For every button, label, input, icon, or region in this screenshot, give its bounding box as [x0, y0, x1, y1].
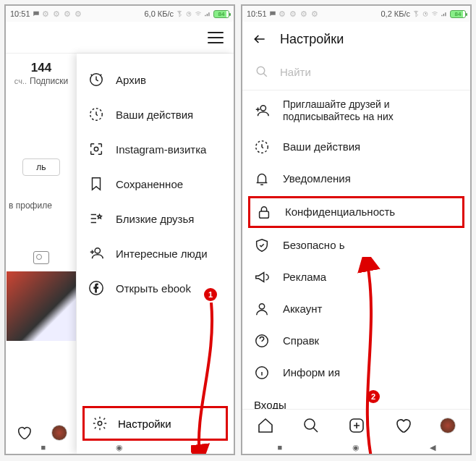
menu-label: Сохраненное	[116, 178, 183, 190]
settings-help[interactable]: Справк	[242, 325, 470, 357]
settings-label: Приглашайте друзей и подписывайтесь на н…	[283, 98, 459, 123]
megaphone-icon	[254, 269, 270, 285]
svg-point-6	[98, 421, 102, 426]
android-nav-bar: ■ ◉ ◀	[6, 441, 234, 454]
settings-notifications[interactable]: Уведомления	[242, 163, 470, 195]
search-icon[interactable]	[302, 417, 320, 434]
settings-about[interactable]: Информ ия	[242, 357, 470, 389]
svg-point-9	[260, 105, 265, 110]
menu-label: Архив	[116, 74, 146, 86]
wifi-icon	[195, 10, 202, 17]
shield-icon	[254, 237, 270, 253]
menu-label: Открыть ebook	[116, 282, 191, 295]
nav-home-icon[interactable]: ◉	[352, 443, 360, 452]
bookmark-icon	[88, 176, 104, 192]
bluetooth-icon	[176, 10, 183, 17]
activity-icon	[88, 106, 104, 122]
svg-point-8	[257, 67, 265, 75]
menu-saved[interactable]: Сохраненное	[77, 166, 234, 201]
nav-back-icon[interactable]: ◀	[193, 443, 199, 452]
tagged-tab-icon[interactable]	[33, 251, 49, 264]
search-row[interactable]: Найти	[242, 56, 470, 90]
settings-invite[interactable]: Приглашайте друзей и подписывайтесь на н…	[242, 90, 470, 131]
stat-count: 144	[6, 61, 77, 75]
add-post-icon[interactable]	[348, 417, 365, 434]
menu-label: Ваши действия	[116, 109, 193, 121]
stat-prefix: сч..	[14, 77, 27, 85]
person-icon	[254, 301, 270, 317]
settings-list: Приглашайте друзей и подписывайтесь на н…	[242, 90, 470, 454]
profile-avatar-icon[interactable]	[51, 425, 67, 441]
status-dots: ⚙ ⚙ ⚙ ⚙	[279, 9, 319, 19]
home-icon[interactable]	[257, 417, 274, 434]
screenshot-right: 10:51 ⚙ ⚙ ⚙ ⚙ 0,2 КБ/с 84 Настройки Найт…	[241, 4, 472, 455]
menu-settings[interactable]: Настройки	[82, 406, 228, 441]
list-star-icon	[88, 211, 104, 227]
add-people-icon	[254, 103, 270, 119]
back-arrow-icon[interactable]	[252, 32, 267, 46]
menu-discover[interactable]: Интересные люди	[77, 236, 234, 271]
signal-icon	[204, 10, 211, 17]
status-bar: 10:51 ⚙ ⚙ ⚙ ⚙ 0,2 КБ/с 84	[242, 6, 470, 22]
info-icon	[254, 365, 270, 381]
status-time: 10:51	[247, 9, 267, 18]
help-icon	[254, 333, 270, 349]
gear-icon	[92, 415, 108, 431]
settings-label: Информ ия	[283, 366, 340, 378]
svg-rect-11	[260, 211, 269, 218]
svg-point-12	[259, 303, 264, 308]
settings-label: Аккаунт	[283, 303, 322, 315]
menu-label: Близкие друзья	[116, 213, 194, 225]
nav-home-icon[interactable]: ◉	[116, 443, 123, 452]
search-icon	[255, 65, 268, 78]
svg-point-4	[95, 248, 100, 253]
nav-recent-icon[interactable]: ■	[41, 443, 46, 452]
heart-icon[interactable]	[394, 417, 412, 434]
menu-close-friends[interactable]: Близкие друзья	[77, 201, 234, 236]
settings-activity[interactable]: Ваши действия	[242, 131, 470, 163]
annotation-marker-2: 2	[367, 390, 380, 403]
settings-label: Конфиденциальность	[285, 206, 395, 218]
alarm-icon	[422, 10, 429, 17]
screenshot-left: 10:51 ⚙ ⚙ ⚙ ⚙ 6,0 КБ/с 84 144 сч.. Подпи…	[4, 4, 235, 455]
settings-label: Безопасно ь	[283, 239, 344, 251]
search-placeholder: Найти	[280, 66, 311, 78]
wifi-icon	[431, 10, 438, 17]
menu-archive[interactable]: Архив	[77, 62, 234, 97]
settings-account[interactable]: Аккаунт	[242, 293, 470, 325]
android-nav-bar: ■ ◉ ◀	[242, 441, 470, 454]
facebook-icon	[88, 280, 104, 296]
menu-label: Интересные люди	[116, 248, 208, 260]
hamburger-icon[interactable]	[208, 32, 224, 43]
profile-column: 144 сч.. Подписки ль в профиле	[6, 54, 77, 454]
profile-header	[6, 22, 234, 54]
settings-header: Настройки	[242, 22, 470, 56]
profile-avatar-icon[interactable]	[440, 418, 456, 433]
status-bar: 10:51 ⚙ ⚙ ⚙ ⚙ 6,0 КБ/с 84	[6, 6, 234, 22]
menu-activity[interactable]: Ваши действия	[77, 97, 234, 132]
heart-icon[interactable]	[16, 425, 32, 441]
settings-label: Ваши действия	[283, 140, 360, 153]
activity-icon	[254, 139, 270, 155]
settings-label: Реклама	[283, 271, 326, 283]
settings-security[interactable]: Безопасно ь	[242, 229, 470, 261]
settings-label: Уведомления	[283, 172, 351, 185]
nav-back-icon[interactable]: ◀	[430, 443, 435, 452]
nav-recent-icon[interactable]: ■	[277, 443, 282, 452]
add-people-icon	[88, 245, 104, 261]
bluetooth-icon	[412, 10, 420, 17]
svg-point-15	[305, 419, 315, 429]
battery-icon: 84	[213, 10, 229, 18]
post-thumbnail[interactable]	[7, 271, 76, 341]
menu-label: Настройки	[118, 418, 171, 430]
message-icon	[269, 10, 276, 17]
bell-icon	[254, 171, 270, 187]
nametag-icon	[88, 141, 104, 157]
settings-label: Справк	[283, 334, 319, 347]
menu-nametag[interactable]: Instagram-визитка	[77, 132, 234, 166]
settings-privacy[interactable]: Конфиденциальность	[248, 196, 464, 228]
edit-profile-button[interactable]: ль	[22, 158, 60, 176]
profile-link-text: в профиле	[6, 200, 77, 211]
settings-ads[interactable]: Реклама	[242, 261, 470, 293]
following-stat[interactable]: 144 сч.. Подписки	[6, 61, 77, 86]
